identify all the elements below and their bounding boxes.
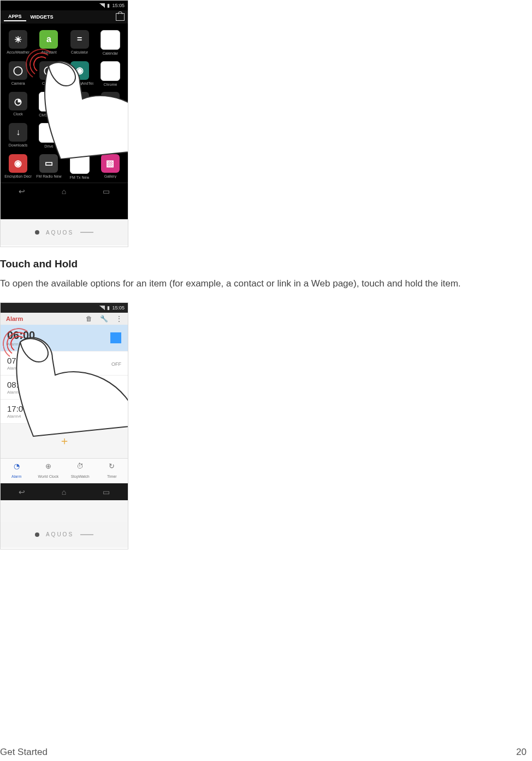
app-downloads[interactable]: ↓Downloads bbox=[4, 123, 32, 149]
app-accuweather[interactable]: ☀AccuWeather bbox=[4, 30, 32, 56]
figure-touch-and-hold-alarm: ▮ 15:05 Alarm 🗑 🔧 ⋮ 06:00Alarm107:00Alar… bbox=[0, 302, 128, 549]
shop-icon[interactable] bbox=[116, 13, 125, 21]
app-item-11[interactable] bbox=[96, 92, 125, 118]
alarm-row[interactable]: 08:00Alarm3 bbox=[1, 376, 128, 400]
app-camera[interactable]: ◯Camera bbox=[34, 61, 63, 87]
app-cmsettings[interactable]: QCMSettings bbox=[34, 92, 63, 118]
tab-stopwatch[interactable]: ⏱StopWatch bbox=[64, 459, 96, 483]
app-clock[interactable]: ◔Clock bbox=[4, 92, 32, 118]
app-gallery[interactable]: ▧Gallery bbox=[96, 154, 125, 180]
alarm-list: 06:00Alarm107:00Alarm2OFF08:00Alarm317:0… bbox=[1, 325, 128, 424]
tab-apps[interactable]: APPS bbox=[4, 13, 26, 21]
phone2-bezel: AQUOS bbox=[1, 522, 128, 548]
nav-bar-2: ↩ ⌂ ▭ bbox=[1, 483, 128, 500]
app-chargingandtest[interactable]: ◉ChargingAndTest bbox=[66, 61, 94, 87]
phone-brand: AQUOS bbox=[46, 230, 74, 236]
app-fm-tx-new[interactable]: ◈FM Tx New bbox=[66, 154, 94, 180]
phone2-screen: ▮ 15:05 Alarm 🗑 🔧 ⋮ 06:00Alarm107:00Alar… bbox=[1, 303, 128, 522]
app-label: FM Tx New bbox=[70, 175, 90, 180]
footer-page-number: 20 bbox=[516, 747, 527, 758]
app-icon: ↓ bbox=[9, 123, 27, 142]
drawer-tabs: APPS WIDGETS bbox=[1, 10, 128, 24]
app-icon: Q bbox=[39, 92, 58, 112]
nav-back-icon[interactable]: ↩ bbox=[19, 187, 25, 196]
app-calculator[interactable]: =Calculator bbox=[66, 30, 94, 56]
battery-icon: ▮ bbox=[107, 305, 110, 311]
app-icon bbox=[101, 92, 120, 110]
app-email[interactable]: ✉Email bbox=[66, 123, 94, 149]
alarm-checkbox[interactable] bbox=[110, 332, 121, 343]
add-alarm-button[interactable]: ＋ bbox=[1, 424, 128, 458]
nav-recent-icon[interactable]: ▭ bbox=[103, 187, 110, 196]
alarm-time: 07:00 bbox=[7, 356, 28, 365]
tab-widgets[interactable]: WIDGETS bbox=[26, 13, 58, 21]
app-label: Calendar bbox=[103, 51, 118, 56]
nav-home-icon[interactable]: ⌂ bbox=[62, 187, 66, 196]
alarm-row[interactable]: 17:00Alarm4 bbox=[1, 400, 128, 424]
battery-icon: ▮ bbox=[107, 3, 110, 8]
app-label: Gallery bbox=[104, 174, 116, 179]
tab-label: Alarm bbox=[11, 475, 21, 478]
alarm-time: 08:00 bbox=[7, 380, 28, 389]
app-label: Clock bbox=[13, 112, 23, 116]
app-label: Chrome bbox=[103, 83, 117, 87]
app-calendar[interactable]: 31Calendar bbox=[96, 30, 125, 56]
phone-brand-2: AQUOS bbox=[46, 531, 74, 537]
page-footer: Get Started 20 bbox=[0, 747, 527, 758]
phone1-bezel: AQUOS bbox=[1, 219, 128, 245]
nav-back-icon[interactable]: ↩ bbox=[19, 488, 25, 496]
bezel-dot bbox=[35, 532, 39, 537]
alarm-row[interactable]: 06:00Alarm1 bbox=[1, 325, 128, 352]
tab-world-clock[interactable]: ⊕World Clock bbox=[32, 459, 64, 483]
heading-touch-and-hold: Touch and Hold bbox=[0, 258, 532, 270]
trash-icon[interactable]: 🗑 bbox=[86, 315, 92, 323]
app-label: CMSettings bbox=[39, 113, 58, 118]
wrench-icon[interactable]: 🔧 bbox=[100, 315, 108, 323]
app-fm-radio-new[interactable]: ▭FM Radio New bbox=[34, 154, 63, 180]
app-drive[interactable]: ▲Drive bbox=[34, 123, 63, 149]
alarm-row[interactable]: 07:00Alarm2OFF bbox=[1, 352, 128, 376]
app-icon: = bbox=[70, 30, 89, 49]
app-icon: ◯ bbox=[9, 61, 27, 80]
app-icon: ☀ bbox=[9, 30, 27, 49]
tab-timer[interactable]: ↻Timer bbox=[96, 459, 128, 483]
tab-label: Timer bbox=[107, 475, 117, 478]
app-icon: ▭ bbox=[39, 154, 58, 173]
app-icon: ◐ bbox=[101, 61, 120, 81]
app-label: ChargingAndTest bbox=[66, 81, 93, 86]
app-icon: a bbox=[39, 30, 58, 49]
phone1-screen: ▮ 15:05 APPS WIDGETS ☀AccuWeatheraAssist… bbox=[1, 1, 128, 219]
bezel-line bbox=[80, 534, 93, 535]
status-bar-2: ▮ 15:05 bbox=[1, 303, 128, 313]
alarm-time: 06:00 bbox=[7, 329, 35, 341]
app-icon: ▧ bbox=[101, 154, 120, 173]
app-label: Embedded App bbox=[97, 143, 123, 148]
alarm-header: Alarm 🗑 🔧 ⋮ bbox=[1, 313, 128, 325]
nav-recent-icon[interactable]: ▭ bbox=[103, 488, 110, 496]
app-embedded-app[interactable]: ▦Embedded App bbox=[96, 123, 125, 149]
alarm-toggle[interactable]: OFF bbox=[111, 361, 121, 367]
signal-icon bbox=[99, 306, 105, 310]
app-grid: ☀AccuWeatheraAssistant=Calculator31Calen… bbox=[1, 24, 128, 183]
app-label: Encryption Decryptor bbox=[4, 174, 32, 179]
overflow-icon[interactable]: ⋮ bbox=[116, 315, 122, 323]
nav-bar: ↩ ⌂ ▭ bbox=[1, 183, 128, 200]
app-assistant[interactable]: aAssistant bbox=[34, 30, 63, 56]
app-chrome[interactable]: ◐Chrome bbox=[96, 61, 125, 87]
timer-icon: ↻ bbox=[96, 462, 128, 470]
world-clock-icon: ⊕ bbox=[32, 462, 64, 470]
nav-home-icon[interactable]: ⌂ bbox=[62, 488, 66, 496]
tab-alarm[interactable]: ◔Alarm bbox=[1, 459, 32, 483]
app-icon: ◈ bbox=[70, 154, 90, 174]
app-icon: ◯ bbox=[39, 61, 58, 80]
app-label: AccuWeather bbox=[7, 50, 29, 55]
app-label: Drive bbox=[44, 144, 53, 149]
alarm-sub: Alarm2 bbox=[7, 366, 28, 371]
paragraph-touch-and-hold: To open the available options for an ite… bbox=[0, 278, 524, 290]
app-icon: ✉ bbox=[70, 123, 89, 142]
app-encryption-decryptor[interactable]: ◉Encryption Decryptor bbox=[4, 154, 32, 180]
status-time: 15:05 bbox=[112, 3, 125, 8]
app-icon: ▲ bbox=[39, 123, 58, 143]
app-camera[interactable]: ◯Camera bbox=[4, 61, 32, 87]
app-item-10[interactable] bbox=[66, 92, 94, 118]
